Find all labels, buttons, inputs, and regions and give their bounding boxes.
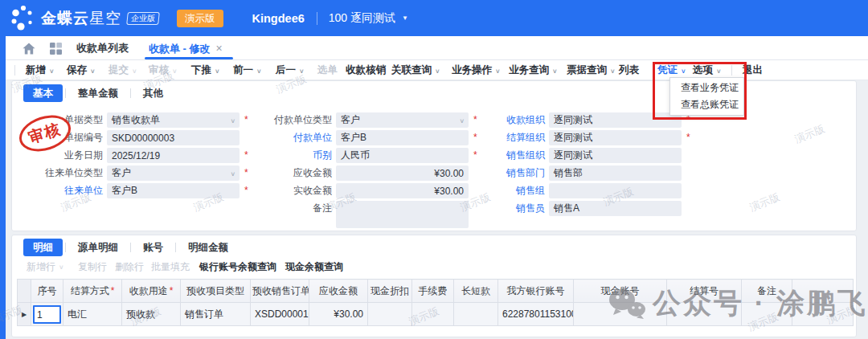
biz-date-input[interactable]: 2025/12/19 bbox=[107, 148, 240, 163]
edition-badge: 企业版 bbox=[126, 12, 160, 25]
contact-type-select[interactable]: 客户∨ bbox=[107, 165, 240, 181]
field-payer: 付款单位 客户B * bbox=[244, 130, 477, 145]
sales-dept-input[interactable]: 销售部 bbox=[549, 165, 682, 181]
toolbar-divider bbox=[731, 65, 732, 76]
header-settle-method[interactable]: 结算方式* bbox=[63, 280, 122, 303]
field-salesman: 销售员 销售A bbox=[457, 201, 682, 216]
receipt-writeoff-button[interactable]: 收款核销 bbox=[346, 60, 386, 80]
cell-cash-account[interactable] bbox=[574, 303, 667, 326]
org-selector[interactable]: 100 逐同测试 bbox=[329, 11, 395, 26]
menu-item-view-ledger-voucher[interactable]: 查看总账凭证 bbox=[670, 96, 743, 113]
received-amount-input[interactable]: ¥30.00 bbox=[336, 183, 469, 198]
submit-button: 提交∨ bbox=[108, 60, 137, 80]
row-marker-cell[interactable]: ▶ bbox=[18, 303, 31, 326]
cell-bank-account[interactable]: 62287801153100 bbox=[498, 303, 574, 326]
header-prepay-order[interactable]: 预收销售订单 bbox=[251, 280, 309, 303]
payer-input[interactable]: 客户B bbox=[336, 130, 469, 145]
bill-query-button[interactable]: 票据查询∨ bbox=[567, 60, 616, 80]
chevron-down-icon: ∨ bbox=[230, 170, 235, 177]
new-button[interactable]: 新增∨ bbox=[26, 60, 55, 80]
header-purpose[interactable]: 收款用途* bbox=[122, 280, 181, 303]
tab-detail-amount[interactable]: 明细金额 bbox=[178, 239, 238, 256]
field-currency: 币别 人民币 * bbox=[244, 148, 477, 163]
contact-unit-input[interactable]: 客户B bbox=[107, 183, 240, 198]
cell-settle-method[interactable]: 电汇 bbox=[63, 303, 122, 326]
tab-other[interactable]: 其他 bbox=[133, 84, 173, 102]
left-edge-strip bbox=[0, 36, 6, 339]
cell-over-short[interactable] bbox=[454, 303, 498, 326]
header-prepay-type[interactable]: 预收项目类型 bbox=[181, 280, 251, 303]
cell-purpose[interactable]: 预收款 bbox=[122, 303, 181, 326]
form-subtabs: 基本 整单金额 其他 bbox=[23, 84, 173, 102]
header-row-marker bbox=[18, 280, 31, 303]
tab-receipt-list[interactable]: 收款单列表 bbox=[76, 36, 129, 60]
header-receivable[interactable]: 应收金额 bbox=[309, 280, 368, 303]
tab-detail[interactable]: 明细 bbox=[23, 239, 63, 256]
bill-no-input[interactable]: SKD00000003 bbox=[107, 130, 240, 145]
field-settle-org: 结算组织 逐同测试 * bbox=[457, 130, 690, 145]
bank-balance-query-button[interactable]: 银行账号余额查询 bbox=[199, 258, 276, 276]
header-over-short[interactable]: 长短款 bbox=[454, 280, 498, 303]
save-button[interactable]: 保存∨ bbox=[67, 60, 96, 80]
chevron-down-icon: ∨ bbox=[49, 67, 55, 74]
cell-fee[interactable] bbox=[412, 303, 454, 326]
cash-balance-query-button[interactable]: 现金余额查询 bbox=[285, 258, 343, 276]
sales-group-input[interactable] bbox=[549, 183, 682, 198]
active-tab-underline bbox=[145, 57, 233, 59]
cell-receivable[interactable]: ¥30.00 bbox=[309, 303, 368, 326]
tab-source-detail[interactable]: 源单明细 bbox=[68, 239, 128, 256]
field-received-amount: 实收金额 ¥30.00 bbox=[244, 183, 469, 198]
business-operation-button[interactable]: 业务操作∨ bbox=[452, 60, 501, 80]
related-query-button[interactable]: 关联查询∨ bbox=[391, 60, 440, 80]
tab-account[interactable]: 账号 bbox=[133, 239, 173, 256]
tab-whole-amount[interactable]: 整单金额 bbox=[68, 84, 128, 102]
bill-type-select[interactable]: 销售收款单∨ bbox=[107, 112, 240, 128]
cell-prepay-order[interactable]: XSDD000010 bbox=[251, 303, 309, 326]
payer-type-select[interactable]: 客户∨ bbox=[336, 112, 469, 128]
push-down-button[interactable]: 下推∨ bbox=[191, 60, 220, 80]
chevron-down-icon: ∨ bbox=[716, 67, 722, 74]
header-filler bbox=[792, 280, 854, 303]
field-receipt-org: 收款组织 逐同测试 * bbox=[457, 112, 690, 128]
cell-cash-discount[interactable] bbox=[368, 303, 412, 326]
receivable-amount-input[interactable]: ¥30.00 bbox=[336, 165, 469, 181]
cell-settle-no[interactable] bbox=[667, 303, 742, 326]
detail-card: 明细 源单明细 账号 明细金额 新增行∨ 复制行 删除行 批量填充 银行账号余额… bbox=[11, 235, 857, 337]
sales-org-input[interactable]: 逐同测试 bbox=[549, 148, 682, 163]
header-fee[interactable]: 手续费 bbox=[412, 280, 454, 303]
field-payer-type: 付款单位类型 客户∨ * bbox=[244, 112, 477, 128]
list-button[interactable]: 列表 bbox=[619, 60, 639, 80]
next-button[interactable]: 后一∨ bbox=[276, 60, 305, 80]
header-bank-account[interactable]: 我方银行账号 bbox=[498, 280, 574, 303]
header-cash-discount[interactable]: 现金折扣 bbox=[368, 280, 412, 303]
header-seq[interactable]: 序号 bbox=[31, 280, 63, 303]
business-query-button[interactable]: 业务查询∨ bbox=[509, 60, 558, 80]
delete-row-button: 删除行 bbox=[115, 258, 144, 276]
app-grid-icon[interactable] bbox=[50, 43, 62, 55]
cell-seq[interactable]: 1 bbox=[31, 303, 63, 326]
previous-button[interactable]: 前一∨ bbox=[233, 60, 262, 80]
cell-filler bbox=[792, 303, 854, 326]
chevron-down-icon: ∨ bbox=[256, 67, 262, 74]
cell-remark[interactable] bbox=[742, 303, 792, 326]
cell-prepay-type[interactable]: 销售订单 bbox=[181, 303, 251, 326]
caret-down-icon[interactable]: ▼ bbox=[402, 14, 408, 22]
currency-input[interactable]: 人民币 bbox=[336, 148, 469, 163]
tab-basic[interactable]: 基本 bbox=[23, 84, 63, 102]
topbar-divider bbox=[317, 12, 317, 25]
menu-item-view-business-voucher[interactable]: 查看业务凭证 bbox=[670, 80, 743, 96]
field-sales-dept: 销售部门 销售部 bbox=[457, 165, 682, 181]
header-settle-no[interactable]: 结算号 bbox=[667, 280, 742, 303]
toolbar-divider bbox=[14, 65, 15, 76]
close-tab-icon[interactable]: × bbox=[216, 42, 223, 55]
home-icon[interactable] bbox=[23, 43, 35, 55]
header-cash-account[interactable]: 现金账号 bbox=[574, 280, 667, 303]
exit-button[interactable]: 退出 bbox=[743, 60, 763, 80]
copy-row-button: 复制行 bbox=[78, 258, 107, 276]
receipt-org-input[interactable]: 逐同测试 bbox=[549, 112, 682, 128]
settle-org-input[interactable]: 逐同测试 bbox=[549, 130, 682, 145]
header-remark[interactable]: 备注 bbox=[742, 280, 792, 303]
remark-textarea[interactable] bbox=[336, 201, 469, 228]
salesman-input[interactable]: 销售A bbox=[549, 201, 682, 216]
chevron-down-icon: ∨ bbox=[90, 67, 96, 74]
